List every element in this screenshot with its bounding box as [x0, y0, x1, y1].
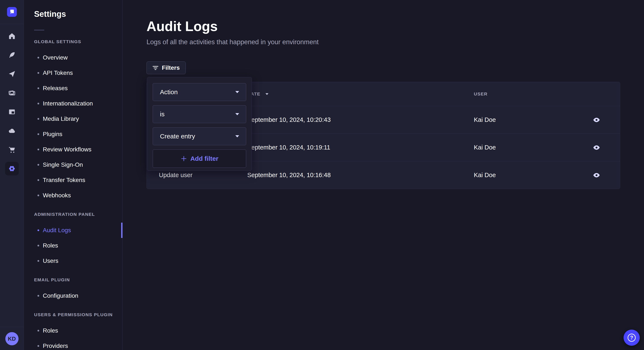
eye-icon: [593, 173, 600, 177]
bullet-dot: [38, 133, 39, 135]
sidebar-item-label: Audit Logs: [43, 227, 71, 234]
sidebar-item-label: Webhooks: [43, 192, 71, 199]
view-log-button[interactable]: [590, 170, 602, 180]
filter-icon: [152, 66, 158, 70]
section-label: ADMINISTRATION PANEL: [34, 212, 117, 217]
view-log-button[interactable]: [590, 143, 602, 153]
filter-popover: Action is Create entry Add filter: [147, 77, 252, 171]
sidebar-item-label: Overview: [43, 54, 68, 61]
nav-content-manager-button[interactable]: [5, 105, 19, 119]
section-global-settings: GLOBAL SETTINGS Overview API Tokens Rele…: [34, 39, 117, 203]
rail-footer: KD: [0, 327, 24, 350]
cloud-icon: [8, 127, 16, 135]
cell-date: September 10, 2024, 10:20:43: [247, 116, 474, 123]
logo-container: [0, 0, 24, 24]
sidebar-item-label: Configuration: [43, 292, 78, 299]
bullet-dot: [38, 164, 39, 166]
bullet-dot: [38, 149, 39, 150]
nav-home-button[interactable]: [5, 29, 19, 43]
sidebar-item-label: Users: [43, 257, 58, 264]
section-label: GLOBAL SETTINGS: [34, 39, 117, 44]
sidebar-item-transfer-tokens[interactable]: Transfer Tokens: [34, 173, 117, 188]
nav-content-builder-button[interactable]: [5, 48, 19, 62]
sidebar-item-label: Media Library: [43, 116, 79, 122]
filters-area: Filters Action is Create entry Add filte…: [146, 61, 620, 74]
sidebar-item-media-library[interactable]: Media Library: [34, 111, 117, 127]
rail-icon-nav: [5, 29, 19, 181]
sidebar-item-internationalization[interactable]: Internationalization: [34, 96, 117, 111]
help-button[interactable]: ?: [624, 330, 640, 346]
sidebar-item-plugins[interactable]: Plugins: [34, 127, 117, 142]
bullet-dot: [38, 179, 39, 181]
add-filter-label: Add filter: [190, 155, 218, 162]
filter-value-value: Create entry: [160, 133, 195, 140]
sidebar-item-api-tokens[interactable]: API Tokens: [34, 65, 117, 81]
feather-icon: [8, 51, 16, 59]
view-log-button[interactable]: [590, 115, 602, 125]
eye-icon: [593, 118, 600, 122]
images-icon: [8, 89, 16, 97]
filter-field-select[interactable]: Action: [153, 83, 246, 101]
main-nav-rail: KD: [0, 0, 24, 350]
sidebar-item-overview[interactable]: Overview: [34, 50, 117, 65]
filter-field-value: Action: [160, 88, 178, 96]
cell-date: September 10, 2024, 10:19:11: [247, 144, 474, 151]
chevron-down-icon: [235, 113, 240, 116]
sidebar-item-label: Roles: [43, 327, 58, 334]
bullet-dot: [38, 103, 39, 104]
eye-icon: [593, 145, 600, 150]
page-title: Audit Logs: [146, 18, 620, 35]
sidebar-item-releases[interactable]: Releases: [34, 81, 117, 96]
bullet-dot: [38, 330, 39, 332]
filters-button[interactable]: Filters: [146, 61, 186, 74]
nav-marketplace-button[interactable]: [5, 143, 19, 157]
sidebar-item-webhooks[interactable]: Webhooks: [34, 188, 117, 203]
chevron-down-icon: [235, 91, 240, 94]
add-filter-button[interactable]: Add filter: [153, 150, 246, 168]
nav-media-library-button[interactable]: [5, 86, 19, 100]
section-users-permissions-plugin: USERS & PERMISSIONS PLUGIN Roles Provide…: [34, 312, 117, 350]
sidebar-item-configuration[interactable]: Configuration: [34, 288, 117, 303]
nav-settings-button[interactable]: [5, 162, 19, 175]
sidebar-item-label: Releases: [43, 85, 68, 92]
sidebar-item-label: Transfer Tokens: [43, 177, 85, 183]
home-icon: [8, 32, 16, 40]
paper-plane-icon: [8, 70, 16, 78]
bullet-dot: [38, 295, 39, 297]
filter-value-select[interactable]: Create entry: [153, 127, 246, 145]
sidebar-item-label: Roles: [43, 242, 58, 249]
bullet-dot: [38, 57, 39, 58]
bullet-dot: [38, 194, 39, 196]
bullet-dot: [38, 345, 39, 347]
chevron-down-icon: [235, 135, 240, 138]
filters-button-label: Filters: [162, 64, 180, 71]
bullet-dot: [38, 118, 39, 120]
sidebar-item-roles[interactable]: Roles: [34, 238, 117, 253]
bullet-dot: [38, 72, 39, 74]
bullet-dot: [38, 260, 39, 262]
question-mark-icon: ?: [628, 334, 636, 342]
sidebar-item-users[interactable]: Users: [34, 253, 117, 269]
nav-cloud-button[interactable]: [5, 124, 19, 138]
cell-date: September 10, 2024, 10:16:48: [247, 172, 474, 178]
bullet-dot: [38, 229, 39, 231]
settings-subnav: Settings GLOBAL SETTINGS Overview API To…: [24, 0, 123, 350]
strapi-logo[interactable]: [7, 7, 17, 17]
plus-icon: [180, 156, 187, 162]
sidebar-item-label: Providers: [43, 343, 68, 349]
sidebar-item-label: Plugins: [43, 131, 62, 138]
filter-operator-value: is: [160, 111, 164, 118]
sidebar-item-up-roles[interactable]: Roles: [34, 323, 117, 338]
filter-operator-select[interactable]: is: [153, 105, 246, 123]
page-subtitle: Logs of all the activities that happened…: [146, 38, 620, 46]
avatar[interactable]: KD: [5, 332, 18, 345]
sort-desc-icon: [265, 93, 269, 95]
cell-user: Kai Doe: [474, 144, 573, 151]
layout-icon: [8, 108, 16, 116]
sidebar-item-providers[interactable]: Providers: [34, 338, 117, 350]
nav-deploy-button[interactable]: [5, 67, 19, 81]
sidebar-item-review-workflows[interactable]: Review Workflows: [34, 142, 117, 157]
sidebar-item-label: Review Workflows: [43, 146, 91, 153]
sidebar-item-single-sign-on[interactable]: Single Sign-On: [34, 157, 117, 173]
sidebar-item-audit-logs[interactable]: Audit Logs: [34, 223, 117, 238]
